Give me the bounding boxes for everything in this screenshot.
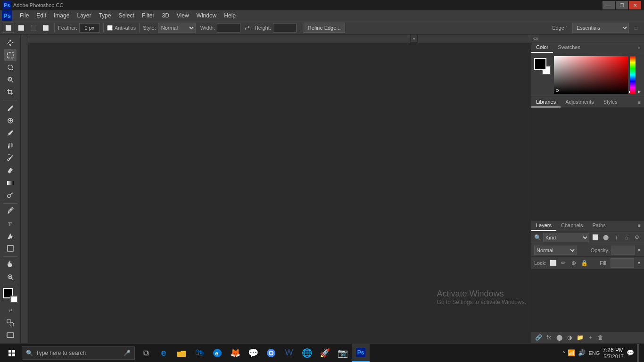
tab-layers[interactable]: Layers [531, 221, 556, 231]
tool-eraser[interactable] [4, 165, 17, 176]
tab-styles[interactable]: Styles [599, 97, 622, 107]
close-button[interactable]: ✕ [629, 1, 641, 9]
libs-panel-menu-btn[interactable]: ≡ [635, 97, 644, 107]
tool-shape-rect[interactable]: ⬜ [3, 23, 14, 33]
menu-edit[interactable]: Edit [33, 10, 50, 21]
layers-filter-select[interactable]: Kind [543, 233, 589, 242]
width-input[interactable] [217, 23, 240, 33]
tool-move[interactable] [4, 37, 17, 49]
menu-type[interactable]: Type [95, 10, 115, 21]
right-panel-collapse[interactable]: «» [531, 35, 644, 42]
color-gradient-picker[interactable] [554, 56, 628, 94]
workspace-icon[interactable]: ≡ [631, 23, 641, 33]
chrome2-taskbar-icon[interactable]: 🌐 [298, 344, 316, 362]
tool-shape-round[interactable]: ⬜ [16, 23, 26, 33]
edge-taskbar-icon[interactable]: e [155, 344, 173, 362]
menu-select[interactable]: Select [115, 10, 138, 21]
layer-mask-icon[interactable]: ⬤ [555, 333, 563, 342]
tool-clone-stamp[interactable] [4, 140, 17, 151]
tool-brush[interactable] [4, 127, 17, 139]
tool-dodge[interactable] [4, 189, 17, 201]
filter-text-icon[interactable]: T [612, 233, 620, 242]
opacity-arrow[interactable]: ▼ [637, 248, 641, 253]
tab-channels[interactable]: Channels [556, 221, 587, 231]
foreground-swatch[interactable] [534, 58, 546, 70]
tab-color[interactable]: Color [531, 42, 553, 53]
blend-mode-select[interactable]: Normal [534, 246, 577, 255]
menu-window[interactable]: Window [193, 10, 221, 21]
background-color[interactable] [10, 296, 18, 303]
color-panel-menu-btn[interactable]: ≡ [635, 42, 644, 53]
minimize-button[interactable]: — [603, 1, 615, 9]
anti-alias-checkbox[interactable] [107, 25, 113, 31]
color-fg-bg[interactable] [534, 58, 551, 75]
menu-3d[interactable]: 3D [158, 10, 173, 21]
tray-volume-icon[interactable]: 🔊 [578, 349, 586, 356]
color-hue-slider[interactable] [630, 56, 636, 94]
tray-expand-btn[interactable]: ^ [562, 350, 565, 356]
layer-link-icon[interactable]: 🔗 [534, 333, 543, 342]
store-taskbar-icon[interactable]: 🛍 [190, 344, 208, 362]
height-input[interactable] [273, 23, 297, 33]
tab-paths[interactable]: Paths [588, 221, 611, 231]
tool-crop[interactable] [4, 86, 17, 98]
tool-path-select[interactable] [4, 230, 17, 242]
lock-move-icon[interactable]: ⊕ [570, 259, 578, 267]
microphone-icon[interactable]: 🎤 [124, 350, 131, 356]
tool-hand[interactable] [4, 259, 17, 271]
menu-help[interactable]: Help [220, 10, 239, 21]
screen-mode-icon[interactable] [4, 329, 17, 341]
layers-panel-menu-btn[interactable]: ≡ [635, 221, 644, 231]
menu-filter[interactable]: Filter [138, 10, 158, 21]
quick-mask-icon[interactable] [4, 317, 17, 329]
lock-all-icon[interactable]: 🔒 [580, 259, 588, 267]
tool-shape-free[interactable]: ⬜ [41, 23, 51, 33]
tool-healing[interactable] [4, 115, 17, 127]
taskbar-search[interactable]: 🔍 Type here to search 🎤 [22, 346, 135, 360]
app8-taskbar-icon[interactable]: 🚀 [316, 344, 334, 362]
show-desktop-btn[interactable] [637, 344, 639, 362]
essentials-select[interactable]: Essentials [572, 23, 629, 33]
tray-lang[interactable]: ENG [588, 350, 600, 356]
tool-text[interactable]: T [4, 218, 17, 230]
tool-eyedropper[interactable] [4, 102, 17, 114]
style-select[interactable]: Normal Fixed Ratio Fixed Size [158, 23, 196, 33]
filter-pixel-icon[interactable]: ⬜ [591, 233, 600, 242]
tab-libraries[interactable]: Libraries [531, 97, 561, 107]
fill-arrow[interactable]: ▼ [637, 261, 641, 265]
chrome-taskbar-icon[interactable] [262, 344, 280, 362]
fg-bg-color-switcher[interactable] [3, 288, 18, 303]
edge2-taskbar-icon[interactable]: e [208, 344, 226, 362]
menu-file[interactable]: File [16, 10, 33, 21]
collapse-arrows[interactable]: «» [533, 36, 538, 41]
tool-pen[interactable] [4, 206, 17, 217]
filter-smart-icon[interactable]: ⚙ [633, 233, 641, 242]
word-taskbar-icon[interactable]: W [280, 344, 298, 362]
filter-shape-icon[interactable]: ⌂ [622, 233, 631, 242]
photos-taskbar-icon[interactable]: 📷 [334, 344, 352, 362]
firefox-taskbar-icon[interactable]: 🦊 [226, 344, 244, 362]
opacity-input[interactable] [611, 246, 635, 255]
tool-history-brush[interactable] [4, 152, 17, 164]
fill-input[interactable] [611, 258, 634, 268]
switch-colors-icon[interactable]: ⇄ [4, 304, 17, 316]
lock-pixels-icon[interactable]: ⬜ [549, 259, 557, 267]
layer-fx-icon[interactable]: fx [545, 333, 553, 342]
tab-swatches[interactable]: Swatches [553, 42, 585, 53]
lock-position-icon[interactable]: ✏ [560, 259, 567, 267]
tool-lasso[interactable] [4, 62, 17, 74]
refine-edge-button[interactable]: Refine Edge... [304, 23, 345, 33]
tool-zoom[interactable] [4, 271, 17, 283]
layer-delete-icon[interactable]: 🗑 [596, 333, 605, 342]
tool-shape[interactable] [4, 242, 17, 254]
tool-rect-marquee[interactable] [4, 49, 17, 61]
task-view-button[interactable]: ⧉ [137, 344, 155, 362]
feather-input[interactable] [79, 23, 100, 33]
swap-dimensions-icon[interactable]: ⇄ [242, 23, 253, 33]
menu-image[interactable]: Image [50, 10, 73, 21]
layer-new-icon[interactable]: + [586, 333, 594, 342]
notifications-icon[interactable]: 💬 [627, 349, 634, 356]
layer-adjustment-icon[interactable]: ◑ [565, 333, 574, 342]
skype-taskbar-icon[interactable]: 💬 [244, 344, 262, 362]
menu-view[interactable]: View [173, 10, 193, 21]
